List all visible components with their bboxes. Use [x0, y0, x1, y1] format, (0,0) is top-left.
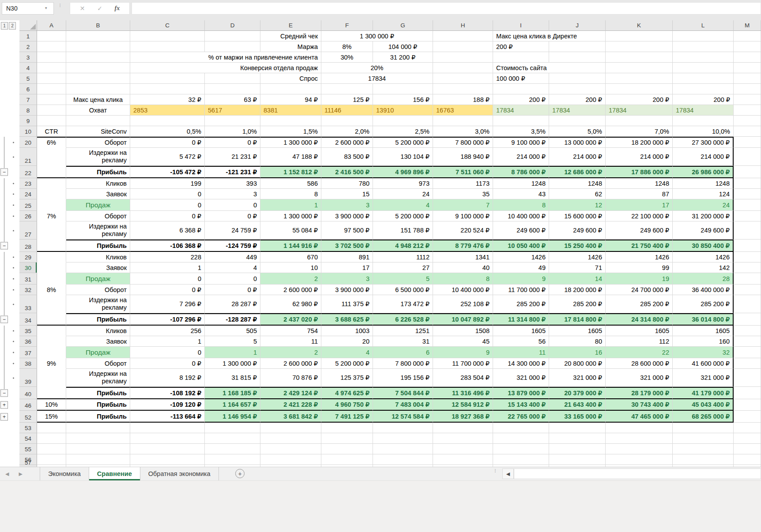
cell-M21[interactable] — [734, 148, 761, 166]
cell-J2[interactable] — [549, 41, 606, 52]
cell-F1[interactable]: 1 300 000 ₽ — [321, 31, 433, 41]
cell-A52[interactable]: 15% — [37, 411, 66, 423]
cell-C24[interactable]: 0 — [130, 189, 205, 199]
row-header-23[interactable]: 23 — [19, 178, 37, 189]
cell-C21[interactable]: 5 472 ₽ — [130, 148, 205, 166]
cell-K32[interactable]: 24 700 000 ₽ — [606, 285, 673, 295]
cell-K8[interactable]: 17834 — [606, 105, 673, 116]
row-header-4[interactable]: 4 — [19, 63, 37, 73]
cell-G37[interactable]: 6 — [373, 347, 433, 358]
column-header-C[interactable]: C — [130, 20, 205, 31]
cell-D28[interactable]: -124 759 ₽ — [205, 240, 260, 252]
cell-H37[interactable]: 9 — [433, 347, 493, 358]
cell-I10[interactable]: 3,5% — [493, 126, 549, 137]
cell-I34[interactable]: 11 314 800 ₽ — [493, 313, 549, 326]
cell-I20[interactable]: 9 100 000 ₽ — [493, 137, 549, 148]
cell-K37[interactable]: 22 — [606, 347, 673, 358]
cell-A25[interactable] — [37, 199, 66, 211]
cell-I53[interactable] — [493, 423, 549, 433]
cell-A3[interactable] — [37, 52, 66, 63]
cell-F3[interactable]: 30% — [321, 52, 373, 63]
cell-E7[interactable]: 94 ₽ — [260, 94, 321, 105]
cell-H38[interactable]: 11 700 000 ₽ — [433, 358, 493, 369]
cell-A8[interactable] — [37, 105, 66, 116]
cell-H4[interactable] — [433, 63, 493, 73]
cell-J54[interactable] — [549, 433, 606, 444]
cell-H36[interactable]: 45 — [433, 336, 493, 347]
cell-E38[interactable]: 2 600 000 ₽ — [260, 358, 321, 369]
cell-L23[interactable]: 1248 — [673, 178, 734, 189]
cell-I35[interactable]: 1605 — [493, 326, 549, 336]
row-header-37[interactable]: 37 — [19, 347, 37, 358]
cell-I39[interactable]: 321 000 ₽ — [493, 369, 549, 387]
cell-M4[interactable] — [734, 63, 761, 73]
cell-B7[interactable]: Макс цена клика — [66, 94, 130, 105]
cell-J9[interactable] — [549, 116, 606, 126]
cell-B28[interactable]: Прибыль — [66, 240, 130, 252]
cell-A32[interactable]: 8% — [37, 285, 66, 295]
column-header-D[interactable]: D — [205, 20, 260, 31]
cell-J24[interactable]: 62 — [549, 189, 606, 199]
cell-J55[interactable] — [549, 444, 606, 454]
cell-C10[interactable]: 0,5% — [130, 126, 205, 137]
cell-B25[interactable]: Продаж — [66, 199, 130, 211]
cell-H9[interactable] — [433, 116, 493, 126]
cell-F25[interactable]: 3 — [321, 199, 373, 211]
cell-K35[interactable]: 1605 — [606, 326, 673, 336]
cell-G24[interactable]: 24 — [373, 189, 433, 199]
cell-F31[interactable]: 3 — [321, 273, 373, 285]
row-header-7[interactable]: 7 — [19, 94, 37, 105]
column-header-F[interactable]: F — [321, 20, 373, 31]
cell-L38[interactable]: 41 600 000 ₽ — [673, 358, 734, 369]
cell-K53[interactable] — [606, 423, 673, 433]
cell-K39[interactable]: 321 000 ₽ — [606, 369, 673, 387]
cell-E54[interactable] — [260, 433, 321, 444]
cell-G56[interactable] — [373, 454, 433, 465]
cell-J5[interactable] — [549, 73, 606, 84]
cell-B23[interactable]: Кликов — [66, 178, 130, 189]
cell-G3[interactable]: 31 200 ₽ — [373, 52, 433, 63]
cell-I23[interactable]: 1248 — [493, 178, 549, 189]
cell-D36[interactable]: 5 — [205, 336, 260, 347]
cell-M8[interactable] — [734, 105, 761, 116]
cell-G40[interactable]: 7 504 844 ₽ — [373, 387, 433, 399]
cell-F21[interactable]: 83 500 ₽ — [321, 148, 373, 166]
cell-M33[interactable] — [734, 295, 761, 313]
cell-A55[interactable] — [37, 444, 66, 454]
cell-B21[interactable]: Издержки на рекламу — [66, 148, 130, 166]
cell-M24[interactable] — [734, 189, 761, 199]
cell-A30[interactable] — [37, 262, 66, 273]
outline-collapse-button[interactable]: − — [0, 242, 8, 250]
cell-J39[interactable]: 321 000 ₽ — [549, 369, 606, 387]
cell-I54[interactable] — [493, 433, 549, 444]
cell-G35[interactable]: 1251 — [373, 326, 433, 336]
cell-K24[interactable]: 87 — [606, 189, 673, 199]
cell-A23[interactable] — [37, 178, 66, 189]
cell-E30[interactable]: 10 — [260, 262, 321, 273]
row-header-27[interactable]: 27 — [19, 221, 37, 240]
cell-A5[interactable] — [37, 73, 66, 84]
cell-M36[interactable] — [734, 336, 761, 347]
cell-G33[interactable]: 173 472 ₽ — [373, 295, 433, 313]
cell-G29[interactable]: 1112 — [373, 252, 433, 262]
cell-A37[interactable] — [37, 347, 66, 358]
cell-D27[interactable]: 24 759 ₽ — [205, 221, 260, 240]
cell-D1[interactable] — [205, 31, 260, 41]
cell-L7[interactable]: 200 ₽ — [673, 94, 734, 105]
cell-B22[interactable]: Прибыль — [66, 166, 130, 178]
cell-I2[interactable]: 200 ₽ — [493, 41, 549, 52]
cell-B54[interactable] — [66, 433, 130, 444]
cell-G28[interactable]: 4 948 212 ₽ — [373, 240, 433, 252]
cell-E8[interactable]: 8381 — [260, 105, 321, 116]
cell-C53[interactable] — [130, 423, 205, 433]
cell-B9[interactable] — [66, 116, 130, 126]
cell-D40[interactable]: 1 168 185 ₽ — [205, 387, 260, 399]
cell-G38[interactable]: 7 800 000 ₽ — [373, 358, 433, 369]
cell-F4[interactable]: 20% — [321, 63, 433, 73]
cell-G26[interactable]: 5 200 000 ₽ — [373, 211, 433, 221]
cell-E56[interactable] — [260, 454, 321, 465]
cell-H31[interactable]: 8 — [433, 273, 493, 285]
cell-G31[interactable]: 5 — [373, 273, 433, 285]
cell-I6[interactable] — [493, 84, 549, 94]
cell-K38[interactable]: 28 600 000 ₽ — [606, 358, 673, 369]
